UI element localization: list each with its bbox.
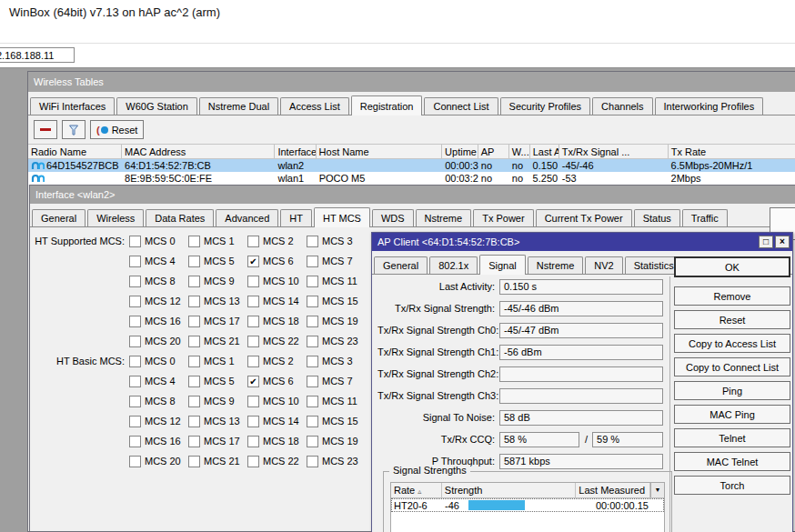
checkbox-supported-mcs-15[interactable]: MCS 15	[307, 296, 366, 307]
tab-interworking-profiles[interactable]: Interworking Profiles	[655, 97, 764, 115]
telnet-button[interactable]: Telnet	[674, 428, 790, 447]
checkbox-basic-mcs-16[interactable]: MCS 16	[129, 436, 188, 447]
signal-strength-row[interactable]: HT20-6-4600:00:00.15	[391, 498, 664, 512]
checkbox-supported-mcs-10[interactable]: MCS 10	[247, 276, 307, 287]
checkbox-basic-mcs-2[interactable]: MCS 2	[247, 356, 307, 367]
tab-current-tx-power[interactable]: Current Tx Power	[536, 209, 632, 226]
ap-client-titlebar[interactable]: AP Client <64:D1:54:52:7B:CB> □ ×	[372, 233, 792, 251]
checkbox-basic-mcs-23[interactable]: MCS 23	[307, 456, 366, 467]
ss-column-header-rate[interactable]: Rate▵	[391, 483, 442, 497]
tab-general[interactable]: General	[374, 256, 428, 274]
column-header-uptime[interactable]: Uptime	[442, 145, 478, 158]
checkbox-supported-mcs-0[interactable]: MCS 0	[129, 236, 188, 247]
torch-button[interactable]: Torch	[674, 476, 790, 495]
ss-column-header-strength[interactable]: Strength	[442, 483, 577, 497]
field-value[interactable]: 5871 kbps	[499, 454, 663, 469]
close-icon[interactable]: ×	[775, 236, 790, 248]
checkbox-basic-mcs-5[interactable]: MCS 5	[188, 376, 247, 387]
interface-wlan2-titlebar[interactable]: Interface <wlan2>	[30, 186, 795, 204]
mac-ping-button[interactable]: MAC Ping	[674, 405, 790, 424]
checkbox-supported-mcs-21[interactable]: MCS 21	[188, 336, 247, 347]
ss-column-header-last-measured[interactable]: Last Measured	[576, 483, 650, 497]
tab-connect-list[interactable]: Connect List	[424, 97, 498, 115]
field-value[interactable]: 0.150 s	[499, 279, 663, 295]
tab-w60g-station[interactable]: W60G Station	[116, 97, 196, 115]
field-value[interactable]	[499, 366, 663, 382]
field-value-tx[interactable]: 58 %	[499, 432, 579, 447]
checkbox-supported-mcs-5[interactable]: MCS 5	[188, 256, 247, 267]
checkbox-basic-mcs-3[interactable]: MCS 3	[307, 356, 366, 367]
reset-button[interactable]: ( Reset	[90, 120, 144, 139]
tab-nv2[interactable]: NV2	[585, 256, 622, 274]
checkbox-supported-mcs-2[interactable]: MCS 2	[247, 236, 307, 247]
tab-nstreme-dual[interactable]: Nstreme Dual	[199, 97, 278, 115]
checkbox-basic-mcs-17[interactable]: MCS 17	[188, 436, 247, 447]
tab-channels[interactable]: Channels	[592, 97, 652, 115]
checkbox-supported-mcs-22[interactable]: MCS 22	[247, 336, 307, 347]
tab-wifi-interfaces[interactable]: WiFi Interfaces	[30, 97, 115, 115]
tab-access-list[interactable]: Access List	[280, 97, 349, 115]
checkbox-supported-mcs-3[interactable]: MCS 3	[307, 236, 366, 247]
column-header-w[interactable]: W...	[509, 145, 530, 158]
mac-telnet-button[interactable]: MAC Telnet	[674, 452, 790, 471]
column-header-ap[interactable]: AP	[478, 145, 509, 158]
tab-ht-mcs[interactable]: HT MCS	[314, 207, 370, 227]
checkbox-supported-mcs-16[interactable]: MCS 16	[129, 316, 188, 327]
checkbox-supported-mcs-6[interactable]: ✔MCS 6	[247, 256, 307, 267]
checkbox-basic-mcs-15[interactable]: MCS 15	[307, 416, 366, 427]
tab-tx-power[interactable]: Tx Power	[473, 209, 533, 226]
checkbox-basic-mcs-22[interactable]: MCS 22	[247, 456, 307, 467]
registration-row[interactable]: 64D154527BCB64:D1:54:52:7B:CBwlan200:00:…	[28, 159, 795, 172]
reset-button[interactable]: Reset	[674, 310, 790, 329]
remove-entry-button[interactable]	[34, 120, 57, 139]
checkbox-basic-mcs-6[interactable]: ✔MCS 6	[247, 376, 307, 387]
address-input[interactable]	[0, 47, 75, 63]
field-value[interactable]	[499, 388, 663, 404]
wireless-tables-titlebar[interactable]: Wireless Tables	[28, 72, 795, 92]
tab-802-1x[interactable]: 802.1x	[429, 256, 478, 274]
checkbox-basic-mcs-18[interactable]: MCS 18	[247, 436, 307, 447]
checkbox-supported-mcs-23[interactable]: MCS 23	[307, 336, 366, 347]
tab-signal[interactable]: Signal	[479, 255, 526, 275]
checkbox-basic-mcs-10[interactable]: MCS 10	[247, 396, 307, 407]
field-value[interactable]: -45/-46 dBm	[499, 301, 663, 316]
checkbox-basic-mcs-14[interactable]: MCS 14	[247, 416, 307, 427]
tab-wireless[interactable]: Wireless	[87, 209, 144, 226]
field-value-rx[interactable]: 59 %	[592, 432, 663, 447]
checkbox-basic-mcs-20[interactable]: MCS 20	[129, 456, 188, 467]
column-header-mac-address[interactable]: MAC Address	[122, 145, 275, 158]
checkbox-basic-mcs-1[interactable]: MCS 1	[188, 356, 247, 367]
checkbox-basic-mcs-9[interactable]: MCS 9	[188, 396, 247, 407]
checkbox-basic-mcs-21[interactable]: MCS 21	[188, 456, 247, 467]
checkbox-basic-mcs-12[interactable]: MCS 12	[129, 416, 188, 427]
ping-button[interactable]: Ping	[674, 381, 790, 400]
field-value[interactable]: -45/-47 dBm	[499, 323, 663, 338]
checkbox-basic-mcs-7[interactable]: MCS 7	[307, 376, 366, 387]
checkbox-supported-mcs-1[interactable]: MCS 1	[188, 236, 247, 247]
copy-to-connect-list-button[interactable]: Copy to Connect List	[674, 357, 790, 376]
registration-row[interactable]: 8E:9B:59:5C:0E:FEwlan1POCO M500:03:25non…	[28, 172, 795, 185]
checkbox-supported-mcs-19[interactable]: MCS 19	[307, 316, 366, 327]
checkbox-basic-mcs-4[interactable]: MCS 4	[129, 376, 188, 387]
column-header-radio-name[interactable]: Radio Name	[28, 145, 122, 158]
column-header-interface[interactable]: Interface▿	[275, 145, 316, 158]
checkbox-supported-mcs-4[interactable]: MCS 4	[129, 256, 188, 267]
tab-registration[interactable]: Registration	[351, 95, 423, 115]
column-header-tx-rate[interactable]: Tx Rate	[669, 145, 795, 158]
checkbox-supported-mcs-12[interactable]: MCS 12	[129, 296, 188, 307]
checkbox-basic-mcs-8[interactable]: MCS 8	[129, 396, 188, 407]
copy-to-access-list-button[interactable]: Copy to Access List	[674, 334, 790, 353]
tab-nstreme[interactable]: Nstreme	[528, 256, 584, 274]
column-dropdown-icon[interactable]: ▼	[650, 483, 664, 497]
checkbox-supported-mcs-17[interactable]: MCS 17	[188, 316, 247, 327]
tab-wds[interactable]: WDS	[372, 209, 414, 226]
field-value[interactable]: 58 dB	[499, 410, 663, 426]
tab-general[interactable]: General	[32, 209, 86, 226]
ok-button[interactable]: OK	[674, 256, 790, 277]
column-header-host-name[interactable]: Host Name	[317, 145, 442, 158]
checkbox-basic-mcs-11[interactable]: MCS 11	[307, 396, 366, 407]
checkbox-supported-mcs-14[interactable]: MCS 14	[247, 296, 307, 307]
checkbox-supported-mcs-18[interactable]: MCS 18	[247, 316, 307, 327]
tab-status[interactable]: Status	[634, 209, 680, 226]
tab-traffic[interactable]: Traffic	[682, 209, 728, 226]
